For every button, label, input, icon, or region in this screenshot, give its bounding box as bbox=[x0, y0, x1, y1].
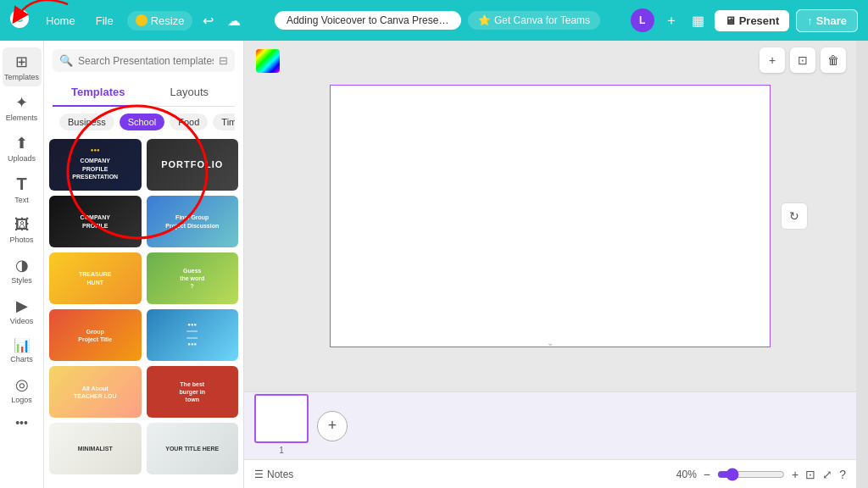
share-label: Share bbox=[816, 14, 847, 27]
logos-icon: ◎ bbox=[15, 375, 29, 394]
cat-food[interactable]: Food bbox=[170, 114, 208, 130]
charts-icon: 📊 bbox=[14, 337, 31, 353]
main-layout: ⊞ Templates ✦ Elements ⬆ Uploads T Text … bbox=[0, 41, 868, 488]
nav-center: Adding Voiceover to Canva Presentation ⭐… bbox=[251, 11, 623, 30]
sidebar-item-uploads[interactable]: ⬆ Uploads bbox=[3, 129, 42, 168]
coin-icon bbox=[136, 14, 147, 26]
fullscreen-button[interactable]: ⤢ bbox=[822, 468, 832, 481]
fit-page-button[interactable]: ⊡ bbox=[805, 468, 815, 481]
home-button[interactable]: Home bbox=[39, 11, 82, 30]
slide-container: ↻ ⌄ bbox=[330, 85, 771, 347]
videos-icon: ▶ bbox=[16, 297, 28, 315]
zoom-out-button[interactable]: − bbox=[704, 468, 710, 481]
notes-icon: ☰ bbox=[254, 469, 264, 480]
sidebar-item-logos[interactable]: ◎ Logos bbox=[3, 370, 42, 409]
logos-sidebar-label: Logos bbox=[11, 396, 32, 404]
sidebar-item-charts[interactable]: 📊 Charts bbox=[3, 332, 42, 369]
styles-sidebar-label: Styles bbox=[11, 276, 32, 285]
sidebar-item-videos[interactable]: ▶ Videos bbox=[3, 291, 42, 330]
filmstrip-item-1: 1 bbox=[254, 394, 309, 458]
template-card-company-profile[interactable]: ●●● COMPANYPROFILEPRESENTATION bbox=[49, 139, 142, 191]
right-edge-scrollbar bbox=[856, 41, 868, 488]
zoom-slider[interactable] bbox=[717, 468, 785, 481]
teams-label: Get Canva for Teams bbox=[494, 14, 590, 26]
template-grid: ●●● COMPANYPROFILEPRESENTATION PORTFOLIO… bbox=[44, 134, 243, 488]
template-card-info-slides[interactable]: ●●●══════●●● bbox=[147, 309, 239, 361]
templates-icon: ⊞ bbox=[15, 53, 28, 71]
canvas-main: ↻ ⌄ bbox=[244, 41, 856, 391]
file-button[interactable]: File bbox=[89, 11, 120, 30]
cloud-button[interactable]: ☁ bbox=[224, 11, 244, 30]
sidebar-icons: ⊞ Templates ✦ Elements ⬆ Uploads T Text … bbox=[0, 41, 44, 488]
uploads-icon: ⬆ bbox=[15, 134, 28, 152]
filter-icon[interactable]: ⊟ bbox=[219, 54, 228, 67]
color-palette[interactable] bbox=[256, 49, 280, 76]
bar-chart-icon-button[interactable]: ▦ bbox=[688, 11, 708, 30]
zoom-in-button[interactable]: + bbox=[792, 468, 798, 481]
template-card-portfolio[interactable]: PORTFOLIO bbox=[147, 139, 239, 191]
delete-canvas-button[interactable]: 🗑 bbox=[821, 47, 846, 73]
cat-business[interactable]: Business bbox=[59, 114, 114, 130]
search-input[interactable] bbox=[78, 55, 214, 67]
search-icon: 🔍 bbox=[59, 54, 73, 67]
cat-timeline[interactable]: Timeli... bbox=[213, 114, 235, 130]
template-card-burger[interactable]: The bestburger intown bbox=[147, 366, 239, 418]
app-logo: C bbox=[10, 9, 29, 31]
presentation-title[interactable]: Adding Voiceover to Canva Presentation bbox=[275, 11, 461, 30]
present-label: Present bbox=[739, 14, 780, 27]
add-person-button[interactable]: ＋ bbox=[661, 10, 682, 31]
template-card-treasure-hunt[interactable]: TREASUREHUNT bbox=[49, 252, 142, 304]
slide-canvas[interactable] bbox=[330, 85, 771, 347]
undo-button[interactable]: ↩ bbox=[199, 11, 217, 30]
sidebar-item-styles[interactable]: ◑ Styles bbox=[3, 251, 42, 290]
resize-button[interactable]: Resize bbox=[127, 11, 193, 30]
sidebar-item-text[interactable]: T Text bbox=[3, 169, 42, 209]
sidebar-item-templates[interactable]: ⊞ Templates bbox=[3, 47, 42, 86]
add-slide-button[interactable]: + bbox=[317, 411, 348, 441]
sidebar-item-photos[interactable]: 🖼 Photos bbox=[3, 211, 42, 249]
panel-header: 🔍 ⊟ Templates Layouts Business School Fo… bbox=[44, 41, 243, 134]
add-to-canvas-button[interactable]: + bbox=[760, 47, 785, 73]
text-sidebar-label: Text bbox=[14, 196, 29, 204]
svg-rect-3 bbox=[256, 49, 280, 73]
zoom-percent: 40% bbox=[676, 469, 697, 480]
svg-text:C: C bbox=[16, 13, 24, 25]
resize-label: Resize bbox=[151, 14, 185, 27]
template-card-teacher[interactable]: All AboutTEACHER LOU bbox=[49, 366, 142, 418]
videos-sidebar-label: Videos bbox=[10, 317, 33, 325]
template-card-guess-word[interactable]: Guessthe word? bbox=[147, 252, 239, 304]
template-card-group-project2[interactable]: GroupProject Title bbox=[49, 309, 142, 361]
avatar[interactable]: L bbox=[631, 8, 654, 32]
share-button[interactable]: ↑ Share bbox=[796, 9, 858, 32]
filmstrip-slide-1[interactable] bbox=[254, 394, 309, 443]
notes-label: Notes bbox=[267, 469, 293, 480]
refresh-button[interactable]: ↻ bbox=[781, 202, 808, 230]
uploads-sidebar-label: Uploads bbox=[8, 154, 36, 163]
filmstrip: 1 + bbox=[244, 391, 856, 459]
share-icon: ↑ bbox=[807, 14, 813, 27]
status-bar: ☰ Notes 40% − + ⊡ ⤢ ? bbox=[244, 459, 856, 488]
star-icon: ⭐ bbox=[478, 14, 491, 26]
template-card-group-project[interactable]: Final GroupProject Discussion bbox=[147, 196, 239, 247]
copy-canvas-button[interactable]: ⊡ bbox=[790, 47, 815, 73]
cat-school[interactable]: School bbox=[120, 114, 165, 130]
monitor-icon: 🖥 bbox=[725, 14, 736, 27]
tab-layouts[interactable]: Layouts bbox=[144, 79, 236, 107]
templates-sidebar-label: Templates bbox=[4, 73, 39, 81]
charts-sidebar-label: Charts bbox=[10, 355, 33, 363]
notes-button[interactable]: ☰ Notes bbox=[254, 469, 293, 480]
resize-handle[interactable]: ⌄ bbox=[547, 338, 554, 347]
help-button[interactable]: ? bbox=[839, 468, 846, 481]
present-button[interactable]: 🖥 Present bbox=[715, 10, 790, 31]
teams-button[interactable]: ⭐ Get Canva for Teams bbox=[468, 11, 600, 30]
sidebar-item-elements[interactable]: ✦ Elements bbox=[3, 88, 42, 127]
elements-icon: ✦ bbox=[15, 93, 28, 112]
sidebar-item-more[interactable]: ••• bbox=[3, 411, 42, 435]
text-icon: T bbox=[16, 175, 26, 194]
tab-templates[interactable]: Templates bbox=[53, 79, 144, 107]
template-card-minimalist[interactable]: MINIMALIST bbox=[49, 423, 142, 474]
template-card-company-profile2[interactable]: COMPANYPROFILE bbox=[49, 196, 142, 247]
template-card-your-title[interactable]: YOUR TITLE HERE bbox=[147, 423, 239, 474]
photos-icon: 🖼 bbox=[14, 216, 30, 234]
more-icon: ••• bbox=[15, 416, 28, 430]
